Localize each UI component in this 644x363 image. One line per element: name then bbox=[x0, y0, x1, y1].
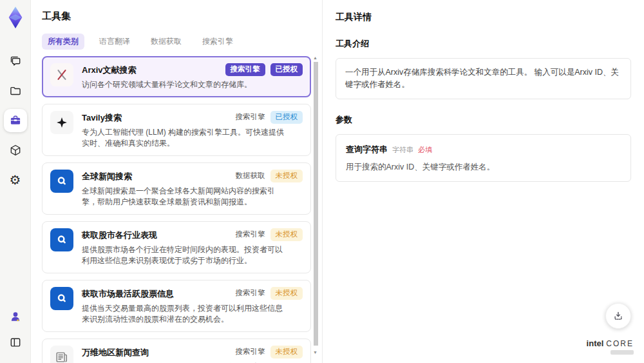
arxiv-icon bbox=[50, 63, 73, 86]
tool-name: 万维地区新闻查询 bbox=[82, 346, 236, 358]
tool-badges: 搜索引擎未授权 bbox=[236, 228, 303, 241]
tool-category-badge: 搜索引擎 bbox=[236, 348, 265, 356]
tool-name: Tavily搜索 bbox=[82, 111, 236, 124]
tool-card-2[interactable]: 全球新闻搜索数据获取未授权全球新闻搜索是一个聚合全球各大新闻网站内容的搜索引擎，… bbox=[42, 162, 311, 215]
settings-gear-icon[interactable]: ⚙ bbox=[4, 168, 27, 191]
tool-name: 全球新闻搜索 bbox=[82, 170, 236, 182]
tool-category-badge: 搜索引擎 bbox=[225, 63, 265, 76]
param-name: 查询字符串 bbox=[346, 144, 388, 154]
app-logo bbox=[5, 5, 26, 30]
folder-icon[interactable] bbox=[4, 79, 27, 103]
tool-status-badge: 未授权 bbox=[270, 170, 303, 182]
news-search-icon bbox=[50, 287, 73, 310]
tool-details-panel: 工具详情 工具介绍 一个用于从Arxiv存储库搜索科学论文和文章的工具。 输入可… bbox=[322, 0, 644, 363]
tool-name: 获取股市各行业表现 bbox=[82, 228, 236, 241]
params-card: 查询字符串字符串必填用于搜索的Arxiv ID、关键字或作者姓名。 bbox=[336, 134, 631, 182]
param-required-badge: 必填 bbox=[418, 146, 432, 153]
tool-name: Arxiv文献搜索 bbox=[82, 63, 225, 76]
scrollbar-thumb[interactable] bbox=[314, 62, 318, 346]
tool-category-badge: 数据获取 bbox=[236, 172, 265, 180]
intro-text: 一个用于从Arxiv存储库搜索科学论文和文章的工具。 输入可以是Arxiv ID… bbox=[336, 58, 631, 99]
tool-status-badge: 未授权 bbox=[270, 346, 303, 358]
tool-name: 获取市场最活跃股票信息 bbox=[82, 287, 236, 300]
download-icon bbox=[612, 310, 624, 322]
scroll-down-arrow[interactable]: ▼ bbox=[313, 350, 317, 355]
tool-status-badge: 未授权 bbox=[270, 228, 303, 241]
tool-description: 提供当天交易量最高的股票列表，投资者可以利用这些信息来识别流动性强的股票和潜在的… bbox=[82, 303, 287, 325]
brand-intel: intel bbox=[587, 338, 604, 348]
download-button[interactable] bbox=[605, 303, 631, 329]
tool-card-3[interactable]: 获取股市各行业表现搜索引擎未授权提供股票市场各个行业在特定时间段内的表现。投资者… bbox=[42, 221, 311, 273]
tool-status-badge: 已授权 bbox=[270, 111, 303, 124]
chat-icon[interactable] bbox=[4, 50, 27, 73]
tool-description: 访问各个研究领域大量科学论文和文章的存储库。 bbox=[82, 79, 287, 90]
scroll-up-arrow[interactable]: ▲ bbox=[313, 55, 317, 60]
params-heading: 参数 bbox=[336, 114, 631, 126]
intro-heading: 工具介绍 bbox=[336, 38, 631, 50]
tool-category-badge: 搜索引擎 bbox=[236, 231, 265, 239]
news-search-icon bbox=[50, 170, 73, 193]
rail-bottom bbox=[4, 304, 27, 355]
tool-description: 提供股票市场各个行业在特定时间段内的表现。投资者可以利用这些信息来识别表现优于或… bbox=[82, 244, 287, 266]
details-title: 工具详情 bbox=[336, 12, 631, 23]
tool-status-badge: 未授权 bbox=[270, 287, 303, 300]
category-tabs: 所有类别语言翻译数据获取搜索引擎 bbox=[42, 34, 322, 50]
tool-badges: 搜索引擎已授权 bbox=[236, 111, 303, 124]
tool-list: Arxiv文献搜索搜索引擎已授权访问各个研究领域大量科学论文和文章的存储库。Ta… bbox=[42, 56, 311, 363]
tool-category-badge: 搜索引擎 bbox=[236, 289, 265, 297]
brand-badge-bar bbox=[611, 350, 634, 355]
tool-badges: 数据获取未授权 bbox=[236, 170, 303, 182]
tool-badges: 搜索引擎未授权 bbox=[236, 287, 303, 300]
intel-core-logo: intelcore bbox=[587, 338, 634, 355]
tool-card-0[interactable]: Arxiv文献搜索搜索引擎已授权访问各个研究领域大量科学论文和文章的存储库。 bbox=[42, 56, 311, 97]
left-rail: ⚙ bbox=[0, 0, 31, 363]
page-title: 工具集 bbox=[42, 10, 322, 23]
package-icon[interactable] bbox=[4, 139, 27, 162]
tool-card-1[interactable]: Tavily搜索搜索引擎已授权专为人工智能代理 (LLM) 构建的搜索引擎工具。… bbox=[42, 104, 311, 156]
param-description: 用于搜索的Arxiv ID、关键字或作者姓名。 bbox=[346, 161, 621, 173]
brand-core: core bbox=[606, 339, 634, 348]
user-icon[interactable] bbox=[4, 305, 27, 328]
tool-badges: 搜索引擎未授权 bbox=[236, 346, 303, 358]
tool-status-badge: 已授权 bbox=[270, 63, 303, 76]
tab-2[interactable]: 数据获取 bbox=[145, 34, 187, 50]
tool-description: 专为人工智能代理 (LLM) 构建的搜索引擎工具。可快速提供实时、准确和真实的结… bbox=[82, 127, 287, 149]
tab-1[interactable]: 语言翻译 bbox=[93, 34, 136, 50]
newspaper-icon bbox=[50, 346, 73, 363]
tool-list-panel: 工具集 所有类别语言翻译数据获取搜索引擎 Arxiv文献搜索搜索引擎已授权访问各… bbox=[31, 0, 322, 363]
tab-0[interactable]: 所有类别 bbox=[42, 34, 84, 50]
panel-toggle-icon[interactable] bbox=[4, 331, 27, 354]
tool-description: 全球新闻搜索是一个聚合全球各大新闻网站内容的搜索引擎，帮助用户快速获取全球最新资… bbox=[82, 186, 287, 208]
param-type: 字符串 bbox=[392, 146, 413, 153]
tavily-icon bbox=[50, 111, 73, 134]
toolbox-icon[interactable] bbox=[4, 109, 27, 132]
tool-category-badge: 搜索引擎 bbox=[236, 113, 265, 121]
tab-3[interactable]: 搜索引擎 bbox=[196, 34, 239, 50]
news-search-icon bbox=[50, 228, 73, 251]
tool-badges: 搜索引擎已授权 bbox=[225, 63, 303, 76]
param-row-0: 查询字符串字符串必填用于搜索的Arxiv ID、关键字或作者姓名。 bbox=[346, 143, 621, 173]
tool-card-4[interactable]: 获取市场最活跃股票信息搜索引擎未授权提供当天交易量最高的股票列表，投资者可以利用… bbox=[42, 280, 311, 332]
tool-card-5[interactable]: 万维地区新闻查询搜索引擎未授权查询具体行政区划内的新闻，快速了解各地新闻动态。 bbox=[42, 338, 311, 363]
